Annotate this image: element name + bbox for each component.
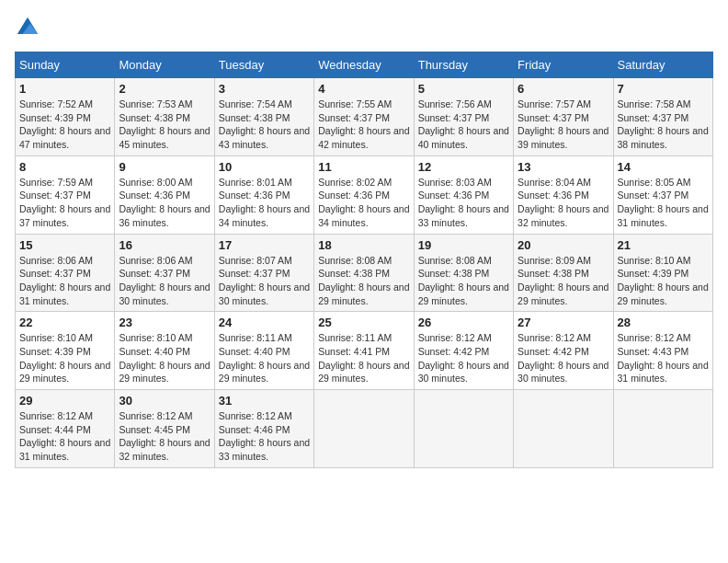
day-number: 27 bbox=[518, 316, 609, 329]
day-number: 13 bbox=[518, 160, 609, 174]
calendar-day-cell: 2 Sunrise: 7:53 AM Sunset: 4:38 PM Dayli… bbox=[115, 78, 214, 156]
page-header bbox=[15, 15, 713, 40]
day-number: 4 bbox=[318, 82, 409, 96]
logo-icon bbox=[15, 15, 40, 40]
calendar-header-row: SundayMondayTuesdayWednesdayThursdayFrid… bbox=[16, 52, 713, 78]
day-info: Sunrise: 8:12 AM Sunset: 4:45 PM Dayligh… bbox=[119, 409, 210, 464]
day-number: 14 bbox=[618, 160, 709, 174]
day-header: Saturday bbox=[613, 52, 712, 78]
calendar-day-cell: 6 Sunrise: 7:57 AM Sunset: 4:37 PM Dayli… bbox=[514, 78, 613, 156]
day-number: 12 bbox=[418, 160, 509, 174]
calendar-day-cell: 23 Sunrise: 8:10 AM Sunset: 4:40 PM Dayl… bbox=[115, 312, 214, 390]
day-info: Sunrise: 8:11 AM Sunset: 4:41 PM Dayligh… bbox=[318, 331, 409, 385]
calendar-week-row: 29 Sunrise: 8:12 AM Sunset: 4:44 PM Dayl… bbox=[16, 390, 713, 468]
calendar-day-cell: 4 Sunrise: 7:55 AM Sunset: 4:37 PM Dayli… bbox=[314, 78, 414, 156]
calendar-day-cell: 20 Sunrise: 8:09 AM Sunset: 4:38 PM Dayl… bbox=[514, 234, 613, 312]
day-number: 31 bbox=[219, 394, 310, 408]
day-number: 9 bbox=[119, 160, 210, 174]
calendar-week-row: 22 Sunrise: 8:10 AM Sunset: 4:39 PM Dayl… bbox=[16, 312, 713, 390]
day-info: Sunrise: 7:59 AM Sunset: 4:37 PM Dayligh… bbox=[19, 176, 110, 230]
day-number: 18 bbox=[318, 238, 409, 252]
calendar-week-row: 8 Sunrise: 7:59 AM Sunset: 4:37 PM Dayli… bbox=[16, 155, 713, 234]
calendar-day-cell: 27 Sunrise: 8:12 AM Sunset: 4:42 PM Dayl… bbox=[514, 312, 613, 390]
day-header: Friday bbox=[514, 52, 613, 78]
calendar-day-cell: 21 Sunrise: 8:10 AM Sunset: 4:39 PM Dayl… bbox=[613, 234, 712, 312]
calendar-day-cell: 29 Sunrise: 8:12 AM Sunset: 4:44 PM Dayl… bbox=[16, 390, 115, 468]
calendar-week-row: 1 Sunrise: 7:52 AM Sunset: 4:39 PM Dayli… bbox=[16, 78, 713, 156]
calendar-day-cell: 8 Sunrise: 7:59 AM Sunset: 4:37 PM Dayli… bbox=[16, 155, 115, 234]
calendar-day-cell: 28 Sunrise: 8:12 AM Sunset: 4:43 PM Dayl… bbox=[613, 312, 712, 390]
day-number: 17 bbox=[219, 238, 310, 252]
day-info: Sunrise: 7:55 AM Sunset: 4:37 PM Dayligh… bbox=[318, 98, 409, 152]
day-info: Sunrise: 8:12 AM Sunset: 4:42 PM Dayligh… bbox=[518, 331, 609, 385]
day-info: Sunrise: 8:10 AM Sunset: 4:40 PM Dayligh… bbox=[119, 331, 210, 385]
calendar-week-row: 15 Sunrise: 8:06 AM Sunset: 4:37 PM Dayl… bbox=[16, 234, 713, 312]
calendar-day-cell: 13 Sunrise: 8:04 AM Sunset: 4:36 PM Dayl… bbox=[514, 155, 613, 234]
calendar-day-cell: 19 Sunrise: 8:08 AM Sunset: 4:38 PM Dayl… bbox=[414, 234, 513, 312]
day-info: Sunrise: 8:02 AM Sunset: 4:36 PM Dayligh… bbox=[318, 176, 409, 230]
calendar-day-cell: 15 Sunrise: 8:06 AM Sunset: 4:37 PM Dayl… bbox=[16, 234, 115, 312]
day-number: 16 bbox=[119, 238, 210, 252]
day-info: Sunrise: 7:57 AM Sunset: 4:37 PM Dayligh… bbox=[518, 98, 609, 152]
day-number: 20 bbox=[518, 238, 609, 252]
day-info: Sunrise: 8:07 AM Sunset: 4:37 PM Dayligh… bbox=[219, 254, 310, 308]
logo bbox=[15, 15, 42, 40]
day-number: 5 bbox=[418, 82, 509, 96]
calendar-day-cell: 22 Sunrise: 8:10 AM Sunset: 4:39 PM Dayl… bbox=[16, 312, 115, 390]
calendar-day-cell: 9 Sunrise: 8:00 AM Sunset: 4:36 PM Dayli… bbox=[115, 155, 214, 234]
calendar-day-cell: 5 Sunrise: 7:56 AM Sunset: 4:37 PM Dayli… bbox=[414, 78, 513, 156]
calendar-day-cell: 30 Sunrise: 8:12 AM Sunset: 4:45 PM Dayl… bbox=[115, 390, 214, 468]
calendar-day-cell bbox=[414, 390, 513, 468]
calendar-day-cell: 16 Sunrise: 8:06 AM Sunset: 4:37 PM Dayl… bbox=[115, 234, 214, 312]
calendar-day-cell: 25 Sunrise: 8:11 AM Sunset: 4:41 PM Dayl… bbox=[314, 312, 414, 390]
day-info: Sunrise: 8:03 AM Sunset: 4:36 PM Dayligh… bbox=[418, 176, 509, 230]
day-info: Sunrise: 8:10 AM Sunset: 4:39 PM Dayligh… bbox=[618, 254, 709, 308]
day-info: Sunrise: 7:58 AM Sunset: 4:37 PM Dayligh… bbox=[618, 98, 709, 152]
day-info: Sunrise: 8:08 AM Sunset: 4:38 PM Dayligh… bbox=[418, 254, 509, 308]
day-number: 11 bbox=[318, 160, 409, 174]
calendar-day-cell: 17 Sunrise: 8:07 AM Sunset: 4:37 PM Dayl… bbox=[214, 234, 313, 312]
day-info: Sunrise: 8:01 AM Sunset: 4:36 PM Dayligh… bbox=[219, 176, 310, 230]
day-number: 21 bbox=[618, 238, 709, 252]
calendar-day-cell: 7 Sunrise: 7:58 AM Sunset: 4:37 PM Dayli… bbox=[613, 78, 712, 156]
day-info: Sunrise: 8:08 AM Sunset: 4:38 PM Dayligh… bbox=[318, 254, 409, 308]
calendar-day-cell bbox=[314, 390, 414, 468]
day-info: Sunrise: 8:11 AM Sunset: 4:40 PM Dayligh… bbox=[219, 331, 310, 385]
day-number: 23 bbox=[119, 316, 210, 329]
day-number: 1 bbox=[19, 82, 110, 96]
day-info: Sunrise: 8:00 AM Sunset: 4:36 PM Dayligh… bbox=[119, 176, 210, 230]
day-info: Sunrise: 8:12 AM Sunset: 4:43 PM Dayligh… bbox=[618, 331, 709, 385]
day-number: 6 bbox=[518, 82, 609, 96]
calendar-day-cell bbox=[613, 390, 712, 468]
day-number: 3 bbox=[219, 82, 310, 96]
day-info: Sunrise: 8:12 AM Sunset: 4:44 PM Dayligh… bbox=[19, 409, 110, 464]
calendar-day-cell: 18 Sunrise: 8:08 AM Sunset: 4:38 PM Dayl… bbox=[314, 234, 414, 312]
calendar-day-cell: 24 Sunrise: 8:11 AM Sunset: 4:40 PM Dayl… bbox=[214, 312, 313, 390]
calendar-day-cell: 1 Sunrise: 7:52 AM Sunset: 4:39 PM Dayli… bbox=[16, 78, 115, 156]
day-info: Sunrise: 8:06 AM Sunset: 4:37 PM Dayligh… bbox=[19, 254, 110, 308]
calendar-day-cell bbox=[514, 390, 613, 468]
day-number: 26 bbox=[418, 316, 509, 329]
day-info: Sunrise: 8:12 AM Sunset: 4:46 PM Dayligh… bbox=[219, 409, 310, 464]
calendar-day-cell: 10 Sunrise: 8:01 AM Sunset: 4:36 PM Dayl… bbox=[214, 155, 313, 234]
day-header: Monday bbox=[115, 52, 214, 78]
calendar-day-cell: 26 Sunrise: 8:12 AM Sunset: 4:42 PM Dayl… bbox=[414, 312, 513, 390]
calendar-day-cell: 31 Sunrise: 8:12 AM Sunset: 4:46 PM Dayl… bbox=[214, 390, 313, 468]
day-number: 10 bbox=[219, 160, 310, 174]
day-number: 24 bbox=[219, 316, 310, 329]
day-info: Sunrise: 7:56 AM Sunset: 4:37 PM Dayligh… bbox=[418, 98, 509, 152]
day-number: 19 bbox=[418, 238, 509, 252]
day-info: Sunrise: 8:06 AM Sunset: 4:37 PM Dayligh… bbox=[119, 254, 210, 308]
day-number: 2 bbox=[119, 82, 210, 96]
day-number: 15 bbox=[19, 238, 110, 252]
day-info: Sunrise: 8:12 AM Sunset: 4:42 PM Dayligh… bbox=[418, 331, 509, 385]
day-info: Sunrise: 8:05 AM Sunset: 4:37 PM Dayligh… bbox=[618, 176, 709, 230]
day-header: Wednesday bbox=[314, 52, 414, 78]
day-info: Sunrise: 7:52 AM Sunset: 4:39 PM Dayligh… bbox=[19, 98, 110, 152]
calendar-day-cell: 14 Sunrise: 8:05 AM Sunset: 4:37 PM Dayl… bbox=[613, 155, 712, 234]
day-header: Tuesday bbox=[214, 52, 313, 78]
day-number: 25 bbox=[318, 316, 409, 329]
day-number: 29 bbox=[19, 394, 110, 408]
day-info: Sunrise: 7:54 AM Sunset: 4:38 PM Dayligh… bbox=[219, 98, 310, 152]
day-info: Sunrise: 8:10 AM Sunset: 4:39 PM Dayligh… bbox=[19, 331, 110, 385]
